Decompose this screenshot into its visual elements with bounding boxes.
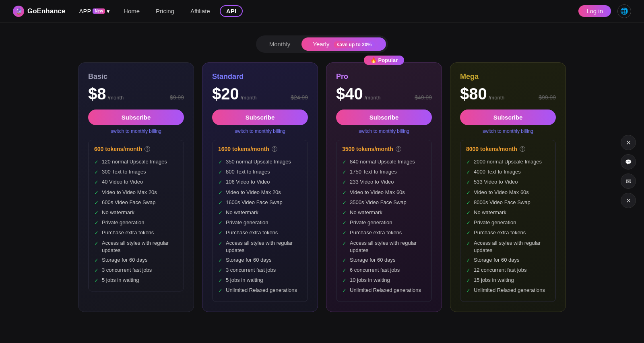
plan-name: Standard	[212, 72, 308, 81]
check-icon: ✓	[466, 189, 471, 196]
feature-text: 106 Video to Video	[226, 178, 270, 186]
feature-text: 5 jobs in waiting	[102, 277, 139, 284]
feature-item: ✓ Private generation	[218, 218, 302, 228]
monthly-toggle[interactable]: Monthly	[258, 37, 302, 51]
plan-card-basic: Basic $8 /month $9.99 Subscribe switch t…	[78, 62, 194, 312]
feature-item: ✓ 3 concurrent fast jobs	[218, 265, 302, 275]
affiliate-link[interactable]: Affiliate	[184, 5, 217, 17]
feature-text: 10 jobs in waiting	[350, 277, 390, 284]
switch-billing-basic[interactable]: switch to monthly billing	[88, 128, 184, 134]
switch-billing-mega[interactable]: switch to monthly billing	[460, 128, 556, 134]
check-icon: ✓	[218, 179, 223, 186]
feature-item: ✓ Private generation	[466, 218, 550, 228]
discord-button[interactable]: 💬	[621, 154, 636, 169]
feature-item: ✓ 840 normal Upscale Images	[342, 157, 426, 167]
feature-item: ✓ 5 jobs in waiting	[218, 275, 302, 285]
globe-icon[interactable]: 🌐	[617, 4, 631, 18]
feature-text: Video to Video Max 20s	[102, 189, 157, 196]
plan-card-mega: Mega $80 /month $99.99 Subscribe switch …	[450, 62, 566, 312]
plan-name: Basic	[88, 72, 184, 81]
check-icon: ✓	[342, 159, 347, 166]
close-button-1[interactable]: ✕	[621, 135, 636, 150]
switch-billing-pro[interactable]: switch to monthly billing	[336, 128, 432, 134]
check-icon: ✓	[342, 219, 347, 227]
feature-item: ✓ 233 Video to Video	[342, 177, 426, 187]
feature-item: ✓ 8000s Video Face Swap	[466, 198, 550, 208]
feature-text: 2000 normal Upscale Images	[474, 158, 542, 165]
check-icon: ✓	[94, 159, 99, 166]
check-icon: ✓	[94, 277, 99, 284]
feature-item: ✓ Storage for 60 days	[342, 255, 426, 265]
check-icon: ✓	[466, 199, 471, 207]
subscribe-button-mega[interactable]: Subscribe	[460, 110, 556, 125]
price-period: /month	[365, 95, 381, 101]
tokens-label: 1600 tokens/month ?	[218, 146, 302, 152]
feature-text: 5 jobs in waiting	[226, 277, 263, 284]
tokens-label: 8000 tokens/month ?	[466, 146, 550, 152]
feature-text: Purchase extra tokens	[102, 229, 154, 236]
feature-item: ✓ 350 normal Upscale Images	[218, 157, 302, 167]
feature-text: Private generation	[474, 219, 516, 226]
feature-text: 350 normal Upscale Images	[226, 158, 291, 165]
home-link[interactable]: Home	[117, 5, 146, 17]
feature-text: No watermark	[102, 209, 134, 216]
price-period: /month	[489, 95, 505, 101]
feature-item: ✓ 300 Text to Images	[94, 167, 178, 177]
check-icon: ✓	[94, 189, 99, 196]
check-icon: ✓	[94, 229, 99, 237]
check-icon: ✓	[218, 257, 223, 264]
features-box-basic: 600 tokens/month ? ✓ 120 normal Upscale …	[88, 140, 184, 291]
feature-list: ✓ 120 normal Upscale Images ✓ 300 Text t…	[94, 157, 178, 285]
feature-item: ✓ 600s Video Face Swap	[94, 198, 178, 208]
check-icon: ✓	[342, 240, 347, 247]
check-icon: ✓	[342, 189, 347, 196]
feature-item: ✓ No watermark	[218, 208, 302, 218]
subscribe-button-pro[interactable]: Subscribe	[336, 110, 432, 125]
login-button[interactable]: Log in	[578, 5, 611, 17]
feature-item: ✓ Storage for 60 days	[94, 255, 178, 265]
feature-text: Private generation	[226, 219, 268, 226]
yearly-toggle[interactable]: Yearly save up to 20%	[301, 37, 386, 51]
close-button-2[interactable]: ✕	[621, 193, 636, 208]
price-original: $99.99	[539, 94, 556, 101]
subscribe-button-basic[interactable]: Subscribe	[88, 110, 184, 125]
popular-badge: 🔥 Popular	[364, 56, 404, 65]
price-row: $80 /month $99.99	[460, 85, 556, 103]
plan-name: Pro	[336, 72, 432, 81]
feature-text: Storage for 60 days	[226, 256, 271, 264]
api-button[interactable]: API	[220, 5, 243, 17]
feature-item: ✓ Access all styles with regular updates	[342, 238, 426, 255]
check-icon: ✓	[94, 169, 99, 176]
logo: 🔮 GoEnhance	[13, 6, 65, 17]
subscribe-button-standard[interactable]: Subscribe	[212, 110, 308, 125]
switch-billing-standard[interactable]: switch to monthly billing	[212, 128, 308, 134]
feature-text: Storage for 60 days	[350, 256, 395, 264]
feature-item: ✓ 4000 Text to Images	[466, 167, 550, 177]
check-icon: ✓	[94, 219, 99, 227]
check-icon: ✓	[94, 179, 99, 186]
check-icon: ✓	[218, 219, 223, 227]
check-icon: ✓	[466, 179, 471, 186]
feature-item: ✓ Video to Video Max 20s	[218, 188, 302, 198]
feature-text: 120 normal Upscale Images	[102, 158, 167, 165]
feature-item: ✓ 3 concurrent fast jobs	[94, 265, 178, 275]
pricing-link[interactable]: Pricing	[149, 5, 181, 17]
billing-toggle-section: Monthly Yearly save up to 20%	[0, 23, 644, 62]
feature-text: Video to Video Max 60s	[474, 189, 529, 196]
check-icon: ✓	[342, 169, 347, 176]
feature-item: ✓ Unlimited Relaxed generations	[466, 285, 550, 295]
price-row: $40 /month $49.99	[336, 85, 432, 103]
billing-toggle: Monthly Yearly save up to 20%	[256, 35, 388, 53]
feature-text: Access all styles with regular updates	[226, 240, 302, 254]
price-original: $9.99	[170, 94, 184, 101]
app-label: APP	[79, 8, 91, 14]
app-menu-button[interactable]: APP New ▾	[75, 5, 114, 17]
price-original: $24.99	[291, 94, 308, 101]
feature-item: ✓ 1750 Text to Images	[342, 167, 426, 177]
email-button[interactable]: ✉	[621, 174, 636, 189]
features-box-pro: 3500 tokens/month ? ✓ 840 normal Upscale…	[336, 140, 432, 302]
feature-text: 15 jobs in waiting	[474, 277, 514, 284]
feature-text: No watermark	[350, 209, 382, 216]
feature-item: ✓ 10 jobs in waiting	[342, 275, 426, 285]
info-icon: ?	[396, 146, 401, 152]
